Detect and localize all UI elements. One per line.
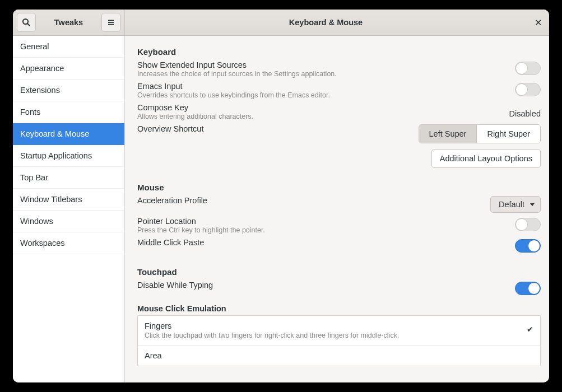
emulation-option-fingers[interactable]: Fingers Click the touchpad with two fing… [138, 316, 540, 346]
search-icon [22, 18, 31, 27]
window-body: General Appearance Extensions Fonts Keyb… [13, 36, 549, 382]
app-title: Tweaks [38, 18, 99, 27]
emacs-input-desc: Overrides shortcuts to use keybindings f… [137, 91, 508, 99]
sidebar-item-window-titlebars[interactable]: Window Titlebars [13, 189, 124, 211]
row-middle-click-paste: Middle Click Paste [137, 237, 541, 257]
toggle-knob [515, 62, 528, 74]
disable-while-typing-label: Disable While Typing [137, 281, 508, 290]
show-extended-desc: Increases the choice of input sources in… [137, 70, 508, 78]
svg-rect-3 [108, 22, 114, 23]
check-icon: ✔ [527, 321, 533, 334]
content-pane[interactable]: Keyboard Show Extended Input Sources Inc… [125, 36, 549, 382]
show-extended-label: Show Extended Input Sources [137, 60, 508, 69]
sidebar-item-fonts[interactable]: Fonts [13, 101, 124, 123]
toggle-knob [528, 282, 540, 295]
row-disable-while-typing: Disable While Typing [137, 280, 541, 300]
headerbar-left: Tweaks [13, 10, 125, 35]
overview-shortcut-segmented: Left Super Right Super [419, 124, 541, 143]
emacs-input-toggle[interactable] [515, 83, 541, 96]
emacs-input-label: Emacs Input [137, 82, 508, 91]
overview-shortcut-right-super[interactable]: Right Super [476, 125, 540, 143]
close-button[interactable]: ✕ [527, 10, 549, 36]
row-overview-shortcut: Overview Shortcut Left Super Right Super [137, 124, 541, 147]
emulation-fingers-desc: Click the touchpad with two fingers for … [145, 332, 527, 339]
menu-button[interactable] [101, 13, 120, 32]
chevron-down-icon [530, 203, 535, 206]
toggle-knob [528, 240, 540, 252]
mouse-click-emulation-title: Mouse Click Emulation [137, 304, 541, 313]
hamburger-icon [106, 18, 115, 27]
acceleration-profile-value: Default [499, 200, 524, 209]
row-additional-layout-options: Additional Layout Options [137, 147, 541, 172]
section-title-mouse: Mouse [137, 183, 541, 192]
sidebar: General Appearance Extensions Fonts Keyb… [13, 36, 125, 382]
sidebar-item-extensions[interactable]: Extensions [13, 80, 124, 101]
sidebar-item-workspaces[interactable]: Workspaces [13, 232, 124, 254]
sidebar-item-top-bar[interactable]: Top Bar [13, 167, 124, 189]
close-icon: ✕ [535, 17, 542, 28]
section-title-keyboard: Keyboard [137, 47, 541, 57]
page-title: Keyboard & Mouse [125, 18, 527, 27]
emulation-option-area[interactable]: Area [138, 346, 540, 366]
middle-click-paste-label: Middle Click Paste [137, 238, 508, 247]
sidebar-item-windows[interactable]: Windows [13, 211, 124, 232]
headerbar-right: Keyboard & Mouse ✕ [125, 10, 549, 35]
emulation-fingers-label: Fingers [145, 321, 527, 330]
svg-rect-2 [108, 20, 114, 21]
sidebar-item-startup-applications[interactable]: Startup Applications [13, 145, 124, 167]
disable-while-typing-toggle[interactable] [515, 282, 541, 295]
row-show-extended-input-sources: Show Extended Input Sources Increases th… [137, 60, 541, 81]
mouse-click-emulation-list: Fingers Click the touchpad with two fing… [137, 315, 541, 366]
section-title-touchpad: Touchpad [137, 267, 541, 277]
pointer-location-toggle[interactable] [515, 218, 541, 231]
show-extended-toggle[interactable] [515, 62, 541, 75]
svg-line-1 [28, 24, 30, 26]
overview-shortcut-label: Overview Shortcut [137, 124, 412, 133]
compose-key-label: Compose Key [137, 103, 503, 112]
toggle-knob [515, 83, 528, 96]
sidebar-item-appearance[interactable]: Appearance [13, 58, 124, 80]
toggle-knob [515, 218, 528, 231]
row-compose-key: Compose Key Allows entering additional c… [137, 102, 541, 124]
pointer-location-label: Pointer Location [137, 217, 508, 226]
row-acceleration-profile: Acceleration Profile Default [137, 195, 541, 216]
row-emacs-input: Emacs Input Overrides shortcuts to use k… [137, 81, 541, 102]
svg-point-0 [23, 19, 28, 24]
tweaks-window: Tweaks Keyboard & Mouse ✕ General Appear… [13, 10, 549, 382]
acceleration-profile-combo[interactable]: Default [490, 196, 541, 213]
additional-layout-options-button[interactable]: Additional Layout Options [431, 149, 541, 168]
svg-rect-4 [108, 24, 114, 25]
overview-shortcut-left-super[interactable]: Left Super [419, 125, 477, 143]
compose-key-value[interactable]: Disabled [509, 104, 541, 118]
emulation-area-label: Area [145, 351, 533, 360]
acceleration-profile-label: Acceleration Profile [137, 196, 484, 205]
pointer-location-desc: Press the Ctrl key to highlight the poin… [137, 226, 508, 234]
sidebar-item-keyboard-mouse[interactable]: Keyboard & Mouse [13, 123, 124, 145]
search-button[interactable] [17, 13, 36, 32]
middle-click-paste-toggle[interactable] [515, 239, 541, 253]
sidebar-item-general[interactable]: General [13, 36, 124, 58]
row-pointer-location: Pointer Location Press the Ctrl key to h… [137, 216, 541, 237]
headerbar: Tweaks Keyboard & Mouse ✕ [13, 10, 549, 36]
compose-key-desc: Allows entering additional characters. [137, 113, 503, 120]
